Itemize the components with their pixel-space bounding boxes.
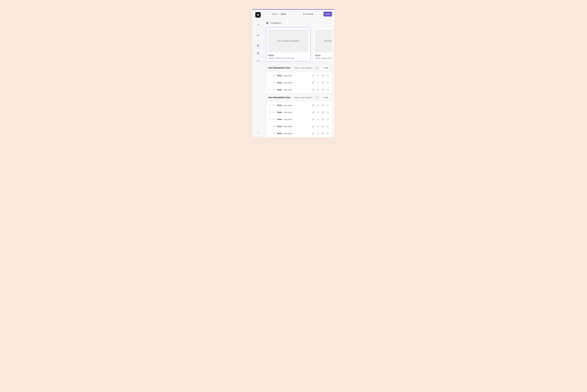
edit-field-button[interactable] [311,124,315,128]
add-field-button[interactable] [316,132,320,135]
edit-field-button[interactable] [311,103,315,107]
snippet-toggle[interactable] [314,96,319,99]
delete-field-button[interactable] [321,124,325,128]
drag-handle[interactable] [268,111,271,113]
drag-icon [269,88,270,91]
nav-folder[interactable] [255,58,261,64]
delete-field-button[interactable] [321,117,325,121]
edit-field-button[interactable] [311,74,315,78]
field-label: Field • data.label [277,104,310,106]
field-type-icon [272,132,275,135]
plus-icon [329,22,331,24]
svg-point-44 [269,113,269,113]
save-button[interactable]: Save [323,12,332,16]
svg-point-50 [269,120,269,120]
simulate-label: Simulate [306,13,314,15]
snippet-toggle[interactable] [314,66,319,69]
code-field-button[interactable] [326,124,330,128]
code-field-button[interactable] [326,110,330,114]
field-data-path: data.label [284,125,292,128]
add-field-button[interactable]: Add [320,66,330,70]
field-row: Field • data.label [266,123,332,130]
card-subtitle: Library • Edited 19 minutes ago [315,57,332,59]
card-preview: No screenshot available [315,29,332,52]
add-field-button[interactable] [316,110,320,114]
drag-handle[interactable] [268,104,271,106]
edit-field-button[interactable] [311,110,315,114]
save-label: Save [325,13,330,15]
add-variation-button[interactable] [327,21,332,25]
delete-field-button[interactable] [321,110,325,114]
field-data-path: data.label [284,88,292,91]
zones: Non-Repeatable Zone Show code snippet? A… [266,64,332,137]
zone-header: Non-Repeatable Zone Show code snippet? A… [266,64,332,72]
code-field-button[interactable] [326,132,330,135]
field-row: Field • data.label [266,102,332,109]
nav-database[interactable] [255,50,261,56]
svg-point-63 [270,134,270,134]
breadcrumb-parent[interactable]: Slices [272,13,278,15]
code-field-button[interactable] [326,80,330,84]
plus-icon [322,67,324,69]
code-field-button[interactable] [326,88,330,92]
card-title: Name [315,54,332,56]
svg-point-19 [270,76,270,76]
nav-add[interactable] [255,130,261,136]
field-type-icon [272,118,275,121]
field-row: Field • data.label [266,86,332,93]
svg-point-13 [306,56,306,56]
add-field-button[interactable] [316,117,320,121]
nav-external[interactable] [255,22,261,28]
nav-cloud[interactable] [255,32,261,38]
snippet-label: Show code snippet? [294,67,312,69]
code-field-button[interactable] [326,103,330,107]
drag-icon [269,118,270,120]
dots-vertical-icon [318,13,321,15]
code-field-button[interactable] [326,74,330,78]
code-icon [327,82,329,84]
variation-card[interactable]: No screenshot available Name Library • E… [266,28,310,61]
add-field-button[interactable] [316,103,320,107]
zone-title: Non-Repeatable Zone [268,66,293,69]
variation-card[interactable]: No screenshot available Name Library • E… [313,28,332,61]
svg-point-39 [270,106,270,106]
drag-handle[interactable] [268,74,271,77]
edit-field-button[interactable] [311,117,315,121]
add-field-button[interactable]: Add [320,95,330,100]
simulate-button[interactable]: Simulate [301,12,316,16]
add-field-button[interactable] [316,80,320,84]
add-field-button[interactable] [316,74,320,78]
drag-handle[interactable] [268,88,271,91]
drag-handle[interactable] [268,132,271,134]
svg-point-15 [306,57,306,57]
svg-point-51 [270,120,270,120]
code-field-button[interactable] [326,117,330,121]
edit-field-button[interactable] [311,132,315,135]
add-field-button[interactable] [316,124,320,128]
arrow-left-icon [267,13,269,15]
delete-field-button[interactable] [321,132,325,135]
drag-handle[interactable] [268,118,271,120]
edit-field-button[interactable] [311,80,315,84]
delete-field-button[interactable] [321,88,325,92]
nav-slices[interactable] [255,42,261,49]
delete-field-button[interactable] [321,80,325,84]
trash-icon [322,118,324,120]
card-menu-button[interactable] [304,54,308,58]
drag-handle[interactable] [268,125,271,128]
asterisk-icon [272,104,275,107]
svg-point-41 [270,112,270,112]
app-logo[interactable] [255,12,261,18]
add-field-button[interactable] [316,88,320,92]
drag-handle[interactable] [268,82,271,84]
delete-field-button[interactable] [321,74,325,78]
edit-field-button[interactable] [311,88,315,92]
more-button[interactable] [317,12,322,16]
preview-placeholder: No screenshot available [278,40,299,42]
drag-icon [269,132,270,134]
back-button[interactable] [266,12,270,16]
field-data-path: data.label [284,111,292,114]
plus-icon [317,82,319,84]
variation-cards: No screenshot available Name Library • E… [266,28,332,61]
delete-field-button[interactable] [321,103,325,107]
